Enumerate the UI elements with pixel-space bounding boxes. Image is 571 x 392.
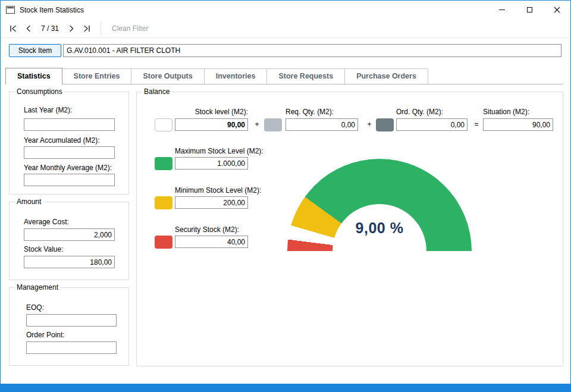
management-group: Management EOQ: Order Point:: [9, 287, 129, 366]
stock-item-button[interactable]: Stock Item: [9, 44, 61, 57]
move-previous-icon: [24, 24, 33, 33]
ord-qty-swatch: [376, 118, 394, 131]
titlebar: Stock Item Statistics: [1, 1, 570, 19]
move-last-button[interactable]: [79, 21, 95, 36]
maximize-icon: [527, 7, 532, 12]
security-stock-label: Security Stock (M2):: [175, 225, 239, 234]
stock-level-input[interactable]: [175, 118, 248, 131]
stock-item-row: Stock Item: [9, 44, 561, 57]
minimum-stock-input[interactable]: [175, 196, 248, 209]
balance-group: Balance Stock level (M2): + Req. Qty. (M…: [136, 92, 563, 366]
record-position: 7 / 31: [41, 24, 59, 33]
tab-store-requests[interactable]: Store Requests: [266, 68, 345, 84]
minimum-stock-swatch: [155, 196, 172, 209]
record-navigation-toolbar: 7 / 31 Clean Filter: [1, 19, 570, 38]
plus-operator-1: +: [253, 120, 261, 128]
amount-group: Amount Average Cost: Stock Value:: [9, 202, 129, 280]
req-qty-input[interactable]: [286, 118, 358, 131]
stock-value-label: Stock Value:: [24, 245, 63, 253]
stock-item-input[interactable]: [63, 44, 561, 57]
minimum-stock-label: Minimum Stock Level (M2):: [175, 186, 261, 195]
tab-store-entries[interactable]: Store Entries: [62, 68, 132, 84]
maximum-stock-input[interactable]: [175, 157, 248, 170]
gauge-arc: 9,00 %: [287, 159, 472, 251]
tab-statistics[interactable]: Statistics: [5, 68, 62, 84]
minimize-icon: [499, 10, 505, 10]
year-accumulated-label: Year Accumulated (M2):: [24, 136, 100, 145]
last-year-label: Last Year (M2):: [24, 106, 72, 114]
consumptions-legend: Consumptions: [14, 87, 65, 96]
clean-filter-button[interactable]: Clean Filter: [107, 22, 153, 35]
move-next-icon: [67, 24, 76, 33]
balance-legend: Balance: [142, 87, 172, 96]
move-next-button[interactable]: [64, 21, 79, 36]
tab-purchase-orders[interactable]: Purchase Orders: [344, 68, 428, 84]
security-stock-swatch: [155, 236, 172, 249]
eoq-label: EOQ:: [26, 303, 44, 312]
last-year-input[interactable]: [24, 118, 115, 131]
order-point-input[interactable]: [26, 341, 117, 354]
management-legend: Management: [14, 283, 61, 291]
req-qty-swatch: [264, 118, 282, 131]
stock-level-label: Stock level (M2):: [175, 108, 248, 116]
order-point-label: Order Point:: [26, 331, 65, 339]
toolbar-separator: [101, 23, 101, 35]
security-stock-input[interactable]: [175, 236, 248, 248]
situation-input[interactable]: [483, 118, 553, 131]
average-cost-input[interactable]: [24, 228, 115, 241]
maximize-button[interactable]: [516, 1, 543, 19]
window-controls: [488, 1, 570, 19]
ord-qty-input[interactable]: [396, 118, 468, 131]
req-qty-label: Req. Qty. (M2):: [286, 108, 334, 116]
amount-legend: Amount: [14, 197, 43, 206]
app-window: Stock Item Statistics 7 / 31 Clean Filte…: [0, 0, 571, 392]
tab-inventories[interactable]: Inventories: [204, 68, 268, 84]
maximum-stock-swatch: [155, 157, 172, 170]
maximum-stock-label: Maximum Stock Level (M2):: [175, 147, 263, 155]
tabstrip: Statistics Store Entries Store Outputs I…: [5, 68, 563, 84]
year-monthly-average-label: Year Monthly Average (M2):: [24, 164, 112, 172]
statusbar: [1, 384, 570, 391]
situation-label: Situation (M2):: [483, 108, 529, 116]
gauge-percent-label: 9,00 %: [287, 219, 472, 237]
close-button[interactable]: [543, 1, 570, 19]
app-icon: [6, 6, 15, 14]
stock-value-input[interactable]: [24, 256, 115, 268]
equals-operator: =: [472, 120, 481, 128]
move-last-icon: [83, 24, 91, 33]
window-title: Stock Item Statistics: [20, 6, 84, 14]
year-monthly-average-input[interactable]: [24, 174, 115, 186]
move-first-icon: [9, 24, 17, 33]
close-icon: [554, 7, 560, 13]
year-accumulated-input[interactable]: [24, 146, 115, 159]
consumptions-group: Consumptions Last Year (M2): Year Accumu…: [9, 92, 129, 195]
ord-qty-label: Ord. Qty. (M2):: [396, 108, 443, 116]
plus-operator-2: +: [365, 120, 374, 128]
tab-store-outputs[interactable]: Store Outputs: [131, 68, 204, 84]
minimize-button[interactable]: [488, 1, 516, 19]
eoq-input[interactable]: [26, 314, 117, 327]
stock-level-swatch: [155, 118, 172, 131]
move-previous-button[interactable]: [21, 21, 36, 36]
average-cost-label: Average Cost:: [24, 218, 69, 226]
move-first-button[interactable]: [5, 21, 21, 36]
